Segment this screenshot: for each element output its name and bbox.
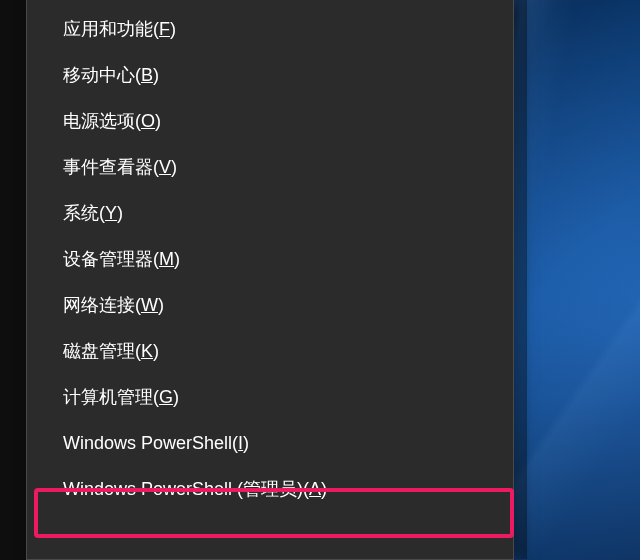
menu-item-label: Windows PowerShell: [63, 433, 232, 453]
menu-item-key: W: [141, 295, 158, 315]
menu-item-key: V: [159, 157, 171, 177]
menu-item-label: 电源选项: [63, 111, 135, 131]
menu-item-label: 移动中心: [63, 65, 135, 85]
menu-item-label: 事件查看器: [63, 157, 153, 177]
menu-item-network-connections[interactable]: 网络连接(W): [27, 282, 513, 328]
menu-item-system[interactable]: 系统(Y): [27, 190, 513, 236]
menu-item-event-viewer[interactable]: 事件查看器(V): [27, 144, 513, 190]
menu-item-label: 系统: [63, 203, 99, 223]
menu-item-key: F: [159, 19, 170, 39]
menu-item-label: 应用和功能: [63, 19, 153, 39]
menu-item-key: K: [141, 341, 153, 361]
menu-item-key: B: [141, 65, 153, 85]
menu-item-device-manager[interactable]: 设备管理器(M): [27, 236, 513, 282]
menu-item-computer-management[interactable]: 计算机管理(G): [27, 374, 513, 420]
menu-item-power-options[interactable]: 电源选项(O): [27, 98, 513, 144]
menu-item-label: Windows PowerShell (管理员): [63, 479, 303, 499]
menu-item-key: Y: [105, 203, 117, 223]
menu-item-mobility-center[interactable]: 移动中心(B): [27, 52, 513, 98]
left-dark-strip: [0, 0, 26, 560]
menu-item-label: 计算机管理: [63, 387, 153, 407]
menu-item-apps-and-features[interactable]: 应用和功能(F): [27, 6, 513, 52]
menu-shadow: [513, 0, 527, 559]
menu-item-key: A: [309, 479, 321, 499]
menu-item-label: 网络连接: [63, 295, 135, 315]
winx-power-user-menu: 应用和功能(F) 移动中心(B) 电源选项(O) 事件查看器(V) 系统(Y) …: [26, 0, 514, 560]
menu-item-disk-management[interactable]: 磁盘管理(K): [27, 328, 513, 374]
menu-item-powershell[interactable]: Windows PowerShell(I): [27, 420, 513, 466]
menu-item-label: 设备管理器: [63, 249, 153, 269]
menu-item-key: M: [159, 249, 174, 269]
menu-list: 应用和功能(F) 移动中心(B) 电源选项(O) 事件查看器(V) 系统(Y) …: [27, 0, 513, 512]
menu-item-key: I: [238, 433, 243, 453]
menu-item-label: 磁盘管理: [63, 341, 135, 361]
menu-item-key: G: [159, 387, 173, 407]
menu-item-key: O: [141, 111, 155, 131]
menu-item-powershell-admin[interactable]: Windows PowerShell (管理员)(A): [27, 466, 513, 512]
